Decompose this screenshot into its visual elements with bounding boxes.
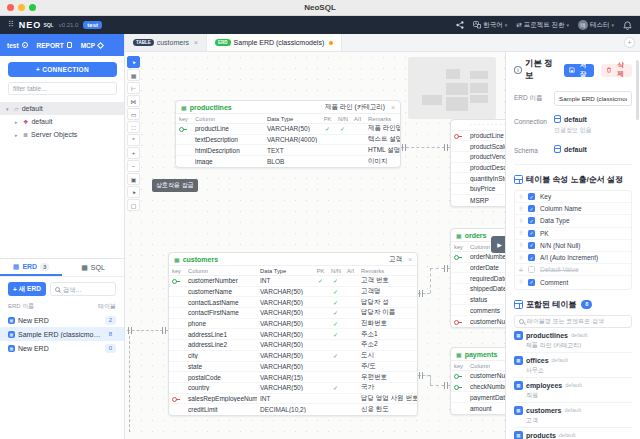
checkbox[interactable]: ✓ — [528, 279, 535, 286]
erd-column-row[interactable]: quantityInStock — [451, 173, 505, 184]
attr-row-default-value[interactable]: ⠿Default Value — [515, 264, 631, 276]
erd-list-item[interactable]: ▦New ERD2 — [0, 313, 124, 327]
filter-table-input[interactable] — [8, 82, 117, 95]
document-tab-customers[interactable]: TABLEcustomers× — [125, 34, 207, 51]
drag-handle-icon[interactable]: ⠿ — [519, 230, 523, 236]
erd-column-row[interactable]: orderDate — [451, 263, 505, 274]
included-table-offices[interactable]: ▦officesdefault사무소 — [514, 353, 632, 378]
erd-table-products[interactable]: ··········productLineproductScaleproduct… — [450, 119, 505, 207]
zoom-out-button[interactable]: − — [127, 160, 140, 172]
sidebar-item-test[interactable]: test — [7, 42, 28, 49]
erd-column-row[interactable]: customerNumber — [451, 371, 505, 382]
erd-column-row[interactable]: imageBLOB이미지 — [176, 156, 400, 167]
erd-column-row[interactable]: addressLine1VARCHAR(50)✓주소1 — [169, 329, 417, 340]
erd-column-row[interactable]: stateVARCHAR(50)주/도 — [169, 362, 417, 373]
erd-column-row[interactable]: contactFirstNameVARCHAR(50)✓담당자 이름 — [169, 308, 417, 319]
snap-grid-toggle-button[interactable]: ∷ — [127, 121, 140, 133]
included-table-products[interactable]: ▦productsdefault제품 — [514, 428, 632, 439]
attr-row-column-name[interactable]: ⠿✓Column Name — [515, 203, 631, 215]
tab-erd[interactable]: ▦ERD3 — [0, 259, 62, 276]
erd-column-row[interactable]: textDescriptionVARCHAR(4000)텍스트 설명 — [176, 135, 400, 146]
erd-column-row[interactable]: shippedDate — [451, 284, 505, 295]
erd-column-row[interactable]: addressLine2VARCHAR(50)주소2 — [169, 340, 417, 351]
erd-column-row[interactable]: buyPrice — [451, 184, 505, 195]
erd-column-row[interactable]: orderNumber — [451, 252, 505, 263]
erd-column-row[interactable]: paymentDate — [451, 392, 505, 403]
erd-column-row[interactable]: ·········· — [451, 120, 505, 131]
app-launcher-icon[interactable]: ⠿ — [8, 21, 14, 29]
erd-column-row[interactable]: phoneVARCHAR(50)✓전화번호 — [169, 319, 417, 330]
memo-tool-button[interactable]: ▭ — [127, 108, 140, 120]
minimize-window-button[interactable] — [18, 4, 25, 11]
interaction-lock-button[interactable]: ▲ — [127, 186, 140, 198]
erd-search-input[interactable] — [63, 286, 111, 293]
erd-column-row[interactable]: MSRP — [451, 195, 505, 206]
capture-view-button[interactable]: ▢ — [127, 199, 140, 211]
relation-non-identifying-tool-button[interactable]: ⋈ — [127, 95, 140, 107]
erd-column-row[interactable]: cityVARCHAR(50)✓도시 — [169, 351, 417, 362]
user-menu[interactable]: 테 테스터 ▾ — [578, 20, 614, 30]
erd-column-row[interactable]: productVendor — [451, 152, 505, 163]
drag-handle-icon[interactable]: ⠿ — [519, 267, 523, 273]
erd-canvas[interactable]: ▲▦⊢⋈▭∷*+−▣▲▢ 상호작용 잠금 ▦productlines제품 라인 … — [125, 52, 505, 439]
minimap[interactable] — [408, 57, 496, 119]
erd-column-row[interactable]: productLine — [451, 131, 505, 142]
attr-row-a-i-auto-increment-[interactable]: ⠿✓A/I (Auto Increment) — [515, 252, 631, 264]
delete-button[interactable]: 삭제 — [601, 64, 632, 77]
drag-handle-icon[interactable]: ⠿ — [519, 242, 523, 248]
relation-identifying-tool-button[interactable]: ⊢ — [127, 82, 140, 94]
select-tool-button[interactable]: ▲ — [127, 56, 140, 68]
notifications-bell-icon[interactable] — [623, 21, 632, 30]
erd-table-header[interactable]: ▦payments — [451, 348, 505, 361]
attr-row-n-n-not-null-[interactable]: ⠿✓N/N (Not Null) — [515, 240, 631, 252]
erd-column-row[interactable]: productLineVARCHAR(50)✓✓제품 라인명 — [176, 124, 400, 135]
included-table-search-box[interactable] — [514, 315, 632, 328]
included-table-employees[interactable]: ▦employeesdefault직원 — [514, 378, 632, 403]
tree-item-default[interactable]: ▾▱default — [0, 102, 124, 115]
erd-column-row[interactable]: countryVARCHAR(50)✓국가 — [169, 383, 417, 394]
close-window-button[interactable] — [7, 4, 14, 11]
erd-list-item[interactable]: ▦Sample ERD (classicmodels)8 — [0, 327, 124, 341]
erd-column-row[interactable]: amount — [451, 403, 505, 414]
included-table-customers[interactable]: ▦customersdefault고객 — [514, 403, 632, 428]
document-tab-sample-erd-classicmodels-[interactable]: ERDSample ERD (classicmodels) — [207, 34, 342, 51]
tree-item-default[interactable]: ▸❖default — [0, 115, 124, 128]
erd-column-row[interactable]: contactLastNameVARCHAR(50)✓담당자 성 — [169, 297, 417, 308]
erd-table-customers[interactable]: ▦customers고객×keyColumnData TypePKN/NA/IR… — [168, 252, 418, 416]
checkbox[interactable]: ✓ — [528, 254, 535, 261]
new-erd-button[interactable]: + 새 ERD — [8, 282, 46, 296]
drag-handle-icon[interactable]: ⠿ — [519, 206, 523, 212]
erd-column-row[interactable]: customerNumber — [451, 316, 505, 327]
erd-column-row[interactable]: customerNameVARCHAR(50)✓고객명 — [169, 287, 417, 298]
erd-column-row[interactable]: salesRepEmployeeNumberINT담당 영업 사원 번호 — [169, 394, 417, 405]
included-table-productlines[interactable]: ▦productlinesdefault제품 라인 (카테고리) — [514, 328, 632, 353]
language-selector[interactable]: 한국어 ▾ — [473, 21, 507, 30]
erd-column-row[interactable]: productScale — [451, 141, 505, 152]
add-table-tool-button[interactable]: ▦ — [127, 69, 140, 81]
drag-handle-icon[interactable]: ⠿ — [519, 194, 523, 200]
attr-row-pk[interactable]: ⠿✓PK — [515, 228, 631, 240]
erd-table-header[interactable]: ▦productlines제품 라인 (카테고리)× — [176, 101, 400, 114]
erd-column-row[interactable]: htmlDescriptionTEXTHTML 설명 — [176, 145, 400, 156]
checkbox[interactable]: ✓ — [528, 242, 535, 249]
erd-column-row[interactable]: requiredDate — [451, 273, 505, 284]
add-tab-button[interactable]: + — [624, 37, 635, 48]
checkbox[interactable]: ✓ — [528, 193, 535, 200]
erd-table-productlines[interactable]: ▦productlines제품 라인 (카테고리)×keyColumnData … — [175, 100, 401, 168]
panel-expand-button[interactable]: ▶ — [491, 236, 505, 253]
auto-layout-tool-button[interactable]: * — [127, 134, 140, 146]
erd-name-input[interactable] — [554, 91, 632, 106]
erd-table-header[interactable]: ▦customers고객× — [169, 253, 417, 266]
drag-handle-icon[interactable]: ⠿ — [519, 279, 523, 285]
checkbox[interactable]: ✓ — [528, 205, 535, 212]
drag-handle-icon[interactable]: ⠿ — [519, 255, 523, 261]
close-icon[interactable]: × — [408, 256, 412, 263]
erd-column-row[interactable]: customerNumberINT✓✓고객 번호 — [169, 276, 417, 287]
erd-column-row[interactable]: checkNumber — [451, 382, 505, 393]
share-icon[interactable] — [456, 21, 464, 29]
sidebar-item-report[interactable]: REPORT — [37, 42, 72, 49]
included-table-search-input[interactable] — [527, 318, 627, 324]
fit-view-button[interactable]: ▣ — [127, 173, 140, 185]
scrollbar-thumb[interactable] — [636, 60, 639, 120]
attr-row-key[interactable]: ⠿✓Key — [515, 191, 631, 203]
